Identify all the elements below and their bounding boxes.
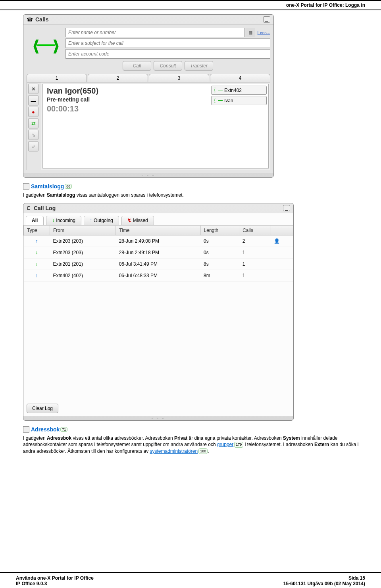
call-tab-2[interactable]: 2: [88, 74, 148, 82]
col-extra: [271, 226, 293, 236]
samtalslogg-link[interactable]: Samtalslogg: [31, 183, 64, 190]
tag-label: Extn402: [224, 88, 242, 93]
type-icon: ↓: [36, 250, 38, 255]
dialpad-icon[interactable]: ▦: [246, 28, 255, 37]
incoming-icon: ↓: [52, 218, 54, 223]
type-icon: ↑: [36, 238, 38, 244]
footer-left-1: Använda one-X Portal for IP Office: [16, 575, 94, 581]
resize-handle[interactable]: ▫ ▫ ▫: [23, 173, 273, 177]
transfer-button[interactable]: Transfer: [185, 61, 213, 71]
cell-length: 0s: [200, 236, 239, 247]
col-from[interactable]: From: [50, 226, 116, 236]
cell-from: Extn201 (201): [50, 259, 116, 270]
cell-extra: 👤: [271, 236, 293, 247]
handset-icon: [27, 28, 65, 63]
table-row[interactable]: ↓Extn201 (201)06-Jul 3:41:49 PM8s1: [24, 259, 293, 270]
adressbok-page-badge: 71: [60, 427, 67, 432]
tab-missed[interactable]: ↯Missed: [121, 216, 154, 225]
adressbok-icon: [23, 426, 29, 433]
log-icon: 🗒: [27, 205, 31, 211]
col-length[interactable]: Length: [200, 226, 239, 236]
cell-time: 28-Jun 2:49:18 PM: [116, 247, 200, 259]
hangup-icon[interactable]: ✕: [28, 84, 38, 94]
call-tab-3[interactable]: 3: [149, 74, 209, 82]
minimize-icon[interactable]: [263, 16, 270, 23]
grupper-link[interactable]: grupper: [217, 442, 233, 447]
table-row[interactable]: ↑Extn203 (203)28-Jun 2:49:08 PM0s2👤: [24, 236, 293, 247]
call-tab-1[interactable]: 1: [27, 74, 87, 82]
record-icon[interactable]: ●: [28, 107, 38, 117]
cell-calls: 1: [239, 247, 271, 259]
cell-calls: 2: [239, 236, 271, 247]
calllog-gadget: 🗒 Call Log All ↓Incoming ↑Outgoing ↯Miss…: [23, 203, 294, 421]
grupper-badge: 179: [234, 442, 243, 447]
call-subject: Pre-meeting call: [47, 96, 206, 103]
tag-ivan[interactable]: 〖—Ivan: [211, 96, 267, 105]
footer-right-2: 15-601131 Utgåva 09b (02 May 2014): [283, 581, 365, 586]
cell-from: Extn203 (203): [50, 247, 116, 259]
hold-icon[interactable]: ▬: [28, 95, 38, 105]
sysadmin-badge: 180: [198, 448, 208, 454]
cell-length: 8m: [200, 270, 239, 282]
type-icon: ↑: [36, 273, 38, 278]
col-calls[interactable]: Calls: [239, 226, 271, 236]
tag-label: Ivan: [224, 98, 233, 103]
samtalslogg-icon: [23, 183, 29, 190]
calllog-title: Call Log: [34, 205, 56, 211]
tag-extn[interactable]: 〖—Extn402: [211, 86, 267, 95]
samtalslogg-paragraph: I gadgeten Samtalslogg visas samtalslogg…: [23, 192, 365, 198]
resize-handle[interactable]: ▫ ▫ ▫: [23, 416, 293, 420]
cell-time: 06-Jul 6:48:33 PM: [116, 270, 200, 282]
type-icon: ↓: [36, 261, 38, 267]
account-input[interactable]: [65, 49, 270, 59]
call-timer: 00:00:13: [47, 104, 206, 113]
consult-button[interactable]: Consult: [154, 61, 182, 71]
minimize-icon[interactable]: [283, 205, 290, 211]
action-b-icon[interactable]: ⇙: [28, 141, 38, 151]
samtalslogg-page-badge: 66: [65, 184, 72, 189]
clear-log-button[interactable]: Clear Log: [27, 404, 58, 413]
footer-left-2: IP Office 9.0.3: [16, 581, 94, 586]
call-button[interactable]: Call: [123, 61, 151, 71]
name-number-input[interactable]: [65, 28, 245, 37]
cell-length: 8s: [200, 259, 239, 270]
calllog-table: Type From Time Length Calls ↑Extn203 (20…: [23, 225, 293, 282]
tab-all[interactable]: All: [26, 216, 44, 225]
col-time[interactable]: Time: [116, 226, 200, 236]
col-type[interactable]: Type: [24, 226, 50, 236]
cell-extra: [271, 270, 293, 282]
presence-icon: 〖—: [213, 97, 223, 104]
page-header: one-X Portal for IP Office: Logga in: [0, 1, 381, 10]
missed-icon: ↯: [127, 218, 131, 223]
cell-length: 0s: [200, 247, 239, 259]
action-a-icon[interactable]: ⇘: [28, 130, 38, 140]
call-tab-4[interactable]: 4: [210, 74, 270, 82]
tab-incoming[interactable]: ↓Incoming: [46, 216, 81, 225]
cell-extra: [271, 247, 293, 259]
adressbok-link[interactable]: Adressbok: [31, 426, 60, 433]
presence-icon: 〖—: [213, 87, 223, 94]
less-link[interactable]: Less...: [258, 30, 270, 35]
subject-input[interactable]: [65, 38, 270, 48]
cell-time: 28-Jun 2:49:08 PM: [116, 236, 200, 247]
cell-time: 06-Jul 3:41:49 PM: [116, 259, 200, 270]
cell-from: Extn203 (203): [50, 236, 116, 247]
cell-calls: 1: [239, 270, 271, 282]
footer-right-1: Sida 15: [283, 575, 365, 581]
table-row[interactable]: ↑Extn402 (402)06-Jul 6:48:33 PM8m1: [24, 270, 293, 282]
phone-icon: ☎: [27, 17, 33, 23]
cell-extra: [271, 259, 293, 270]
sysadmin-link[interactable]: systemadministratören: [150, 448, 198, 454]
table-row[interactable]: ↓Extn203 (203)28-Jun 2:49:18 PM0s1: [24, 247, 293, 259]
calls-gadget: ☎ Calls ▦ Less...: [23, 14, 274, 178]
outgoing-icon: ↑: [90, 218, 92, 223]
caller-name: Ivan Igor(650): [47, 86, 206, 96]
page-footer: Använda one-X Portal for IP Office IP Of…: [0, 572, 381, 588]
adressbok-paragraph: I gadgeten Adressbok visas ett antal oli…: [23, 435, 365, 454]
calllog-tabs: All ↓Incoming ↑Outgoing ↯Missed: [23, 213, 293, 225]
cell-calls: 1: [239, 259, 271, 270]
cell-from: Extn402 (402): [50, 270, 116, 282]
tab-outgoing[interactable]: ↑Outgoing: [84, 216, 119, 225]
calls-title: Calls: [35, 16, 48, 23]
transfer-complete-icon[interactable]: ⇄: [28, 118, 38, 128]
